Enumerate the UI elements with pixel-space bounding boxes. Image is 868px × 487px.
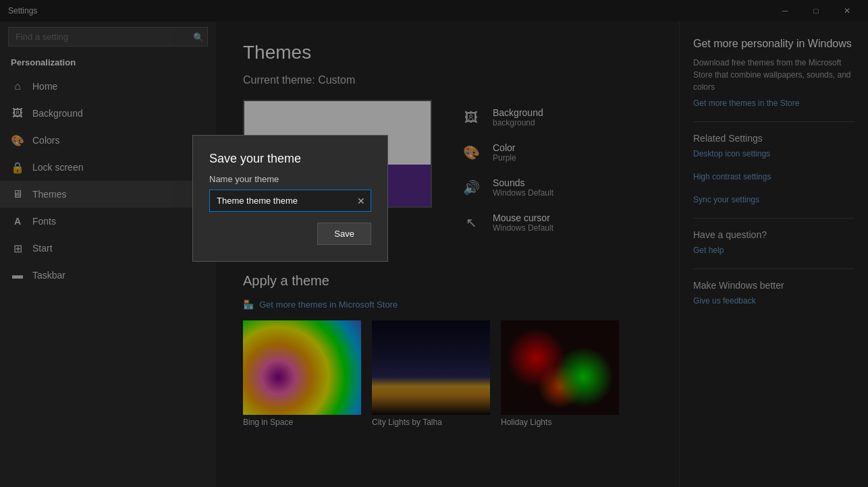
modal-title: Save your theme [209, 152, 371, 166]
theme-name-input[interactable] [210, 190, 352, 211]
modal-actions: Save [209, 223, 371, 245]
clear-input-button[interactable]: ✕ [352, 193, 371, 209]
modal-overlay: Save your theme Name your theme ✕ Save [0, 0, 868, 487]
modal-save-button[interactable]: Save [317, 223, 371, 245]
modal-input-row: ✕ [209, 190, 371, 212]
modal-name-label: Name your theme [209, 174, 371, 184]
save-theme-dialog: Save your theme Name your theme ✕ Save [192, 135, 388, 262]
